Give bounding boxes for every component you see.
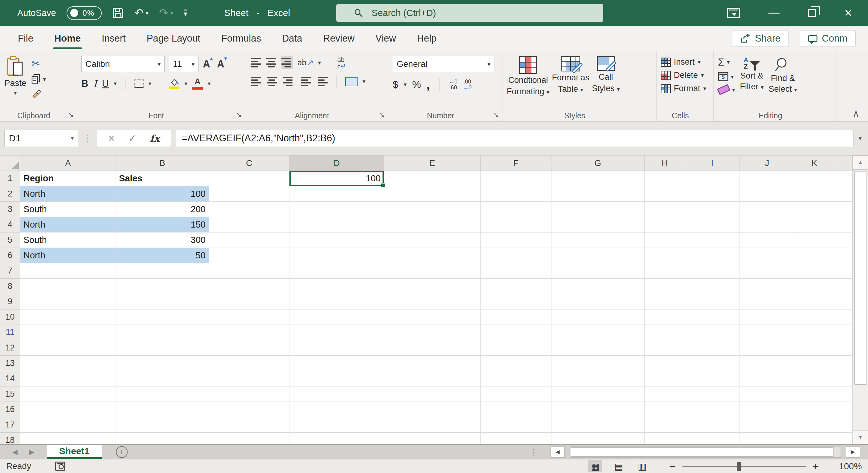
cell-I17[interactable] (685, 417, 740, 433)
cell-I5[interactable] (685, 233, 740, 248)
row-header-3[interactable]: 3 (0, 202, 20, 217)
cell-H9[interactable] (645, 294, 685, 309)
cell-D10[interactable] (289, 309, 384, 325)
cell-B5[interactable]: 300 (116, 233, 209, 248)
cell-I14[interactable] (685, 371, 740, 386)
cell-A9[interactable] (20, 294, 116, 309)
cell-styles-button[interactable]: Call Styles ▾ (592, 56, 620, 94)
cell-F16[interactable] (480, 402, 552, 417)
cell-C2[interactable] (209, 186, 289, 202)
cell-J7[interactable] (740, 263, 795, 279)
cell-I6[interactable] (685, 248, 740, 263)
font-name-select[interactable]: Calibri ▾ (82, 56, 164, 72)
cell-A17[interactable] (20, 417, 116, 433)
cell-F9[interactable] (480, 294, 552, 309)
cell-B1[interactable]: Sales (116, 171, 209, 186)
column-header-I[interactable]: I (685, 156, 740, 171)
cell-K3[interactable] (795, 202, 834, 217)
close-button[interactable]: × (844, 6, 852, 20)
cell-G2[interactable] (552, 186, 645, 202)
scroll-up-button[interactable]: ▲ (853, 156, 868, 170)
cell-J15[interactable] (740, 386, 795, 402)
search-box[interactable]: Search (Ctrl+D) (336, 4, 603, 22)
underline-button[interactable]: U (102, 78, 109, 89)
cell-G6[interactable] (552, 248, 645, 263)
tab-splitter-handle[interactable]: ⋮ (530, 447, 538, 457)
cell-E6[interactable] (384, 248, 480, 263)
format-painter-button[interactable] (31, 89, 42, 99)
cell-F7[interactable] (480, 263, 552, 279)
row-header-9[interactable]: 9 (0, 294, 20, 309)
cell-K8[interactable] (795, 279, 834, 294)
top-align-button[interactable] (249, 56, 261, 69)
cell-E3[interactable] (384, 202, 480, 217)
cell-F18[interactable] (480, 433, 552, 444)
row-header-7[interactable]: 7 (0, 263, 20, 279)
column-header-D[interactable]: D (289, 156, 384, 171)
minimize-button[interactable] (769, 13, 779, 13)
cell-H11[interactable] (645, 325, 685, 340)
format-as-table-button[interactable]: Format as Table ▾ (552, 56, 590, 94)
cell-D2[interactable] (289, 186, 384, 202)
cell-J2[interactable] (740, 186, 795, 202)
horizontal-scroll-track[interactable] (569, 446, 841, 458)
column-header-J[interactable]: J (740, 156, 795, 171)
cell-K17[interactable] (795, 417, 834, 433)
cell-J6[interactable] (740, 248, 795, 263)
cell-J9[interactable] (740, 294, 795, 309)
cell-E16[interactable] (384, 402, 480, 417)
cell-E9[interactable] (384, 294, 480, 309)
decrease-decimal-button[interactable]: .00 →0 (463, 79, 472, 91)
number-format-select[interactable]: General ▾ (393, 56, 494, 72)
comma-style-button[interactable]: , (427, 78, 430, 92)
tab-insert[interactable]: Insert (92, 26, 135, 51)
cell-F11[interactable] (480, 325, 552, 340)
tab-home[interactable]: Home (45, 26, 90, 51)
align-right-button[interactable] (283, 75, 294, 88)
zoom-out-button[interactable]: − (670, 461, 676, 471)
cell-H10[interactable] (645, 309, 685, 325)
cell-F4[interactable] (480, 217, 552, 233)
cell-I16[interactable] (685, 402, 740, 417)
tab-help[interactable]: Help (408, 26, 446, 51)
cell-B3[interactable]: 200 (116, 202, 209, 217)
cell-F14[interactable] (480, 371, 552, 386)
name-box[interactable]: D1 ▾ (4, 130, 78, 147)
cell-G11[interactable] (552, 325, 645, 340)
cell-E14[interactable] (384, 371, 480, 386)
cell-E2[interactable] (384, 186, 480, 202)
row-header-8[interactable]: 8 (0, 279, 20, 294)
cell-G14[interactable] (552, 371, 645, 386)
row-header-6[interactable]: 6 (0, 248, 20, 263)
cell-C10[interactable] (209, 309, 289, 325)
cell-G8[interactable] (552, 279, 645, 294)
expand-formula-bar-button[interactable]: ▾ (859, 134, 864, 142)
cell-K10[interactable] (795, 309, 834, 325)
percent-style-button[interactable]: % (412, 79, 421, 90)
cell-H8[interactable] (645, 279, 685, 294)
row-header-17[interactable]: 17 (0, 417, 20, 433)
increase-font-size-button[interactable]: A▴ (203, 58, 213, 70)
row-header-13[interactable]: 13 (0, 356, 20, 371)
cell-H15[interactable] (645, 386, 685, 402)
cell-G7[interactable] (552, 263, 645, 279)
cell-K15[interactable] (795, 386, 834, 402)
cell-I4[interactable] (685, 217, 740, 233)
row-header-10[interactable]: 10 (0, 309, 20, 325)
column-header-E[interactable]: E (384, 156, 480, 171)
wrap-text-button[interactable]: ab c↵ (337, 56, 346, 69)
cell-C16[interactable] (209, 402, 289, 417)
row-header-1[interactable]: 1 (0, 171, 20, 186)
row-header-16[interactable]: 16 (0, 402, 20, 417)
cell-H16[interactable] (645, 402, 685, 417)
column-header-G[interactable]: G (552, 156, 645, 171)
normal-view-button[interactable]: ▦ (588, 460, 602, 472)
cell-H5[interactable] (645, 233, 685, 248)
cell-B13[interactable] (116, 356, 209, 371)
tab-review[interactable]: Review (314, 26, 364, 51)
horizontal-scroll-thumb[interactable] (571, 447, 834, 457)
cell-J8[interactable] (740, 279, 795, 294)
cell-H6[interactable] (645, 248, 685, 263)
vertical-scroll-thumb[interactable] (855, 171, 866, 384)
cell-D17[interactable] (289, 417, 384, 433)
